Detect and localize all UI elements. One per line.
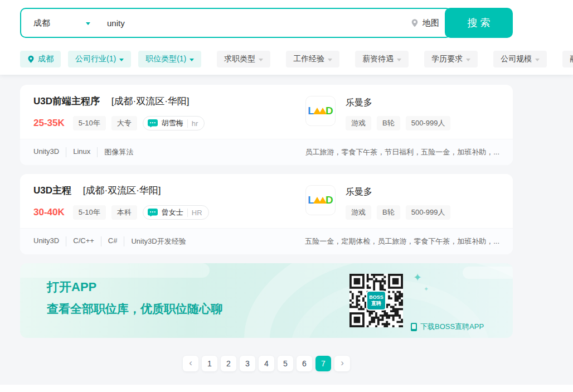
job-tag-education: 大专 [111,116,137,130]
page-next-button[interactable]: › [334,356,350,371]
recruiter-role: HR [187,209,202,217]
page-prev-button[interactable]: ‹ [183,356,198,371]
chat-icon [148,209,158,217]
qr-code: BOSS 直聘 [349,274,403,327]
filter-pill-work-experience[interactable]: 工作经验 [286,51,339,67]
logo-letter: D [326,194,333,206]
download-app-label: 下载BOSS直聘APP [420,322,484,332]
search-input[interactable] [100,18,410,28]
company-logo[interactable]: L D [305,96,336,126]
chevron-down-icon [535,59,540,61]
filter-label: 求职类型 [224,54,255,64]
job-salary: 25-35K [33,118,65,129]
qr-logo-line: 直聘 [371,301,381,307]
search-bar: 成都 地图 搜索 [20,8,513,38]
page-button-7-active[interactable]: 7 [315,356,331,371]
recruiter-name: 胡雪梅 [162,118,183,128]
filter-label: 工作经验 [293,54,324,64]
job-title: U3D前端主程序 [33,96,100,107]
banner-decoration [463,267,513,279]
skill-item: Unity3D开发经验 [124,236,186,246]
company-tag-stage: B轮 [377,116,400,130]
city-select-value: 成都 [33,18,50,28]
filter-pill-salary[interactable]: 薪资待遇 [355,51,409,67]
job-card[interactable]: U3D前端主程序 [成都·双流区·华阳] 25-35K 5-10年 大专 [20,85,513,165]
job-tag-experience: 5-10年 [73,205,106,220]
city-select[interactable]: 成都 [21,18,100,28]
page-button-6[interactable]: 6 [297,356,312,371]
chat-icon [148,119,158,128]
chevron-down-icon [190,59,194,61]
filter-label: 公司规模 [501,54,532,64]
skill-item: Linux [66,147,90,157]
filter-label: 学历要求 [431,54,463,64]
skill-item: 图像算法 [97,147,133,157]
page-button-5[interactable]: 5 [278,356,293,371]
filter-pill-job-type[interactable]: 职位类型(1) [138,51,201,67]
qr-center-logo: BOSS 直聘 [366,291,386,311]
page-button-2[interactable]: 2 [221,356,236,371]
job-list: U3D前端主程序 [成都·双流区·华阳] 25-35K 5-10年 大专 [0,75,573,371]
job-card-main: U3D主程 [成都·双流区·华阳] 30-40K 5-10年 本科 [20,174,513,228]
page-button-1[interactable]: 1 [202,356,217,371]
pagination: ‹ 1 2 3 4 5 6 7 › [20,356,513,371]
filter-pill-education[interactable]: 学历要求 [424,51,478,67]
search-box: 成都 地图 [20,8,451,38]
company-tag-size: 500-999人 [406,205,451,220]
skill-item: C# [101,236,118,246]
app-banner[interactable]: 打开APP 查看全部职位库，优质职位随心聊 BOSS 直聘 ✦ ✦ 下载BOSS… [20,263,513,338]
job-card-footer: Unity3D Linux 图像算法 员工旅游，零食下午茶，节日福利，五险一金，… [20,139,513,165]
filter-location-label: 成都 [38,54,54,64]
company-tag-stage: B轮 [377,205,400,220]
chevron-down-icon [119,59,124,61]
filter-label: 公司行业(1) [75,54,116,64]
location-pin-icon [27,55,35,64]
job-location: [成都·双流区·华阳] [111,96,190,107]
company-logo[interactable]: L D [305,185,336,215]
skill-list: Unity3D Linux 图像算法 [33,147,133,157]
page-footer [0,385,573,392]
filter-pill-employment-type[interactable]: 求职类型 [217,51,270,67]
sparkle-icon: ✦ [413,271,422,284]
job-salary: 30-40K [33,207,65,218]
chevron-down-icon [466,59,470,61]
chevron-down-icon [86,22,90,25]
filter-pill-company-industry[interactable]: 公司行业(1) [68,51,131,67]
map-pin-icon [410,18,419,28]
recruiter-name: 曾女士 [162,207,183,217]
company-tag-size: 500-999人 [406,116,451,130]
qr-logo-line: BOSS [369,294,383,301]
filter-label: 薪资待遇 [362,54,394,64]
page-button-3[interactable]: 3 [240,356,255,371]
download-app-link[interactable]: 下载BOSS直聘APP [411,322,484,332]
search-button[interactable]: 搜索 [445,8,513,38]
banner-title: 打开APP [47,279,96,296]
filter-pill-financing-stage[interactable]: 融资阶段 [562,51,573,67]
skill-item: C/C++ [66,236,94,246]
company-name[interactable]: 乐曼多 [346,97,450,109]
job-tag-experience: 5-10年 [73,116,106,130]
job-tag-education: 本科 [111,205,137,220]
map-button-label: 地图 [423,18,439,28]
banner-decoration [20,263,210,278]
banner-subtitle: 查看全部职位库，优质职位随心聊 [47,301,222,317]
chevron-down-icon [259,59,263,61]
recruiter-chip[interactable]: 曾女士 HR [143,205,209,220]
page-header: 成都 地图 搜索 成都 公司行业(1) 职位类型(1) [0,0,573,75]
company-tag-industry: 游戏 [346,116,371,130]
recruiter-chip[interactable]: 胡雪梅 hr [143,116,205,130]
job-card[interactable]: U3D主程 [成都·双流区·华阳] 30-40K 5-10年 本科 [20,174,513,254]
chevron-down-icon [397,59,401,61]
filter-bar: 成都 公司行业(1) 职位类型(1) 求职类型 工作经验 薪资待遇 学历要求 公… [20,51,573,67]
filter-pill-company-size[interactable]: 公司规模 [493,51,547,67]
job-title: U3D主程 [33,185,71,196]
logo-letter: D [326,105,333,117]
skill-list: Unity3D C/C++ C# Unity3D开发经验 [33,236,186,246]
chevron-down-icon [328,59,332,61]
sparkle-icon: ✦ [424,285,429,293]
filter-pill-location[interactable]: 成都 [20,51,61,67]
benefits-text: 员工旅游，零食下午茶，节日福利，五险一金，加班补助，... [305,147,499,157]
filter-label: 融资阶段 [570,54,573,64]
page-button-4[interactable]: 4 [259,356,274,371]
company-name[interactable]: 乐曼多 [346,186,450,198]
